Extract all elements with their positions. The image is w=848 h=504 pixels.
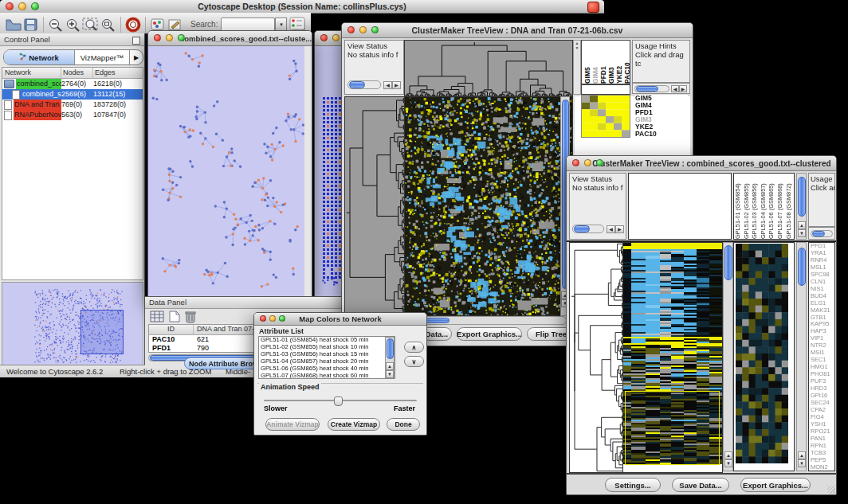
network-table-header[interactable]: Network Nodes Edges [2, 68, 143, 79]
tv2-save-data-button[interactable]: Save Data... [672, 478, 729, 492]
minimize-button[interactable] [584, 159, 591, 166]
attribute-list-vscrollbar[interactable]: ▲ ▼ [385, 337, 395, 378]
treeview2-titlebar[interactable]: ClusterMaker TreeView : combined_scores_… [567, 156, 836, 171]
minimize-button[interactable] [332, 34, 340, 41]
tv2-col-label[interactable]: GPL51-04 (GSM857) [760, 174, 768, 239]
tv1-hints-hscrollbar[interactable]: ◀ ▶ [632, 83, 690, 94]
close-button[interactable] [6, 2, 14, 10]
attribute-list-item[interactable]: GPL51-07 (GSM868) heat shock 60 min [259, 373, 395, 379]
tab-network[interactable]: Network [4, 50, 75, 64]
tv2-labels-vscrollbar[interactable]: ▲ ▼ [796, 173, 807, 240]
tv1-col-label[interactable]: GIM4 [591, 41, 599, 84]
network-table-row[interactable]: RNAPuberNov2+| 563(0) 107847(0) [2, 110, 143, 120]
tv1-row-dendrogram[interactable] [344, 96, 406, 316]
done-button[interactable]: Done [387, 418, 420, 431]
zoom-fit-icon[interactable] [82, 17, 100, 33]
attribute-listbox[interactable]: GPL51-01 (GSM854) heat shock 05 minGPL51… [258, 336, 395, 379]
slider-thumb[interactable] [334, 397, 343, 406]
scroll-up-icon[interactable]: ▲ [386, 362, 394, 370]
close-button[interactable] [260, 315, 266, 322]
tv2-zoom-heatmap[interactable] [736, 244, 788, 463]
tab-vizmapper[interactable]: VizMapper™ [75, 50, 130, 64]
open-file-icon[interactable] [5, 17, 22, 33]
zoom-button[interactable] [596, 159, 603, 166]
search-input[interactable] [221, 18, 275, 32]
tv1-hscrollbar[interactable] [404, 316, 567, 325]
tv2-col-label[interactable]: GPL51-03 (GSM856) [751, 174, 760, 239]
scroll-down-icon[interactable]: ▼ [724, 459, 732, 467]
scroll-down-icon[interactable]: ▼ [386, 370, 394, 378]
animation-speed-slider[interactable] [264, 397, 417, 404]
tv1-column-dendrogram[interactable] [404, 40, 573, 96]
network-table-row[interactable]: combined_sco 2569(6) 13112(15) [2, 89, 143, 100]
scroll-left-icon[interactable]: ◀ [607, 225, 615, 233]
minimize-button[interactable] [269, 315, 276, 322]
tv1-col-scroll-strip[interactable]: ▲▼ [573, 40, 581, 95]
tv2-heat-vscrollbar[interactable]: ▲ ▼ [723, 242, 733, 471]
tv2-col-label[interactable]: GPL51-01 (GSM854) [734, 174, 743, 239]
help-lifering-icon[interactable] [124, 17, 142, 33]
network-table-row[interactable]: DNA and Tran 07 769(0) 183728(0) [2, 100, 143, 110]
tv1-export-graphics-button[interactable]: Export Graphics... [457, 327, 522, 341]
tv2-row-dendrogram[interactable] [569, 242, 624, 473]
network-canvas[interactable] [148, 46, 310, 296]
zoom-button[interactable] [31, 2, 39, 10]
tv2-hints-hscrollbar[interactable] [808, 227, 835, 240]
tv1-heatmap[interactable] [404, 96, 573, 316]
tv2-col-label[interactable]: GPL51-08 (GSM872) [785, 174, 794, 239]
close-button[interactable] [154, 34, 161, 41]
scroll-right-icon[interactable]: ▶ [615, 225, 624, 233]
tv1-col-label[interactable]: PAC10 [623, 41, 630, 84]
scroll-left-icon[interactable]: ◀ [383, 81, 392, 89]
zoom-button[interactable] [371, 26, 379, 33]
tv1-col-label[interactable]: YKE2 [615, 41, 623, 84]
zoom-in-icon[interactable] [65, 17, 82, 33]
tv1-cluster-matrix[interactable] [581, 95, 630, 138]
tv2-export-graphics-button[interactable]: Export Graphics... [740, 478, 811, 492]
scroll-up-icon[interactable]: ▲ [798, 221, 806, 229]
tv2-column-tree-area[interactable] [628, 173, 732, 240]
tv1-col-label[interactable]: GIM3 [607, 41, 615, 84]
scroll-down-icon[interactable]: ▼ [798, 459, 806, 467]
scroll-down-icon[interactable]: ▼ [798, 229, 806, 237]
gene-label[interactable]: MON2 [811, 464, 834, 471]
tv2-zoom-vscrollbar[interactable]: ▲ ▼ [796, 242, 807, 471]
scroll-up-icon[interactable]: ▲ [798, 451, 806, 459]
tv2-settings-button[interactable]: Settings... [605, 478, 661, 492]
legend-icon[interactable] [289, 16, 306, 32]
tv2-col-label[interactable]: GPL51-07 (GSM868) [776, 174, 785, 239]
close-button[interactable] [320, 34, 328, 41]
tv2-heatmap[interactable] [622, 242, 723, 473]
treeview1-titlebar[interactable]: ClusterMaker TreeView : DNA and Tran 07-… [342, 23, 693, 38]
tab-overflow-button[interactable]: ▶ [130, 50, 143, 64]
zoom-button[interactable] [279, 315, 285, 322]
minimize-button[interactable] [359, 26, 367, 33]
zoom-selected-icon[interactable] [100, 17, 117, 33]
tv1-col-label[interactable]: PFD1 [599, 41, 607, 84]
network-table-row[interactable]: combined_scores 2764(0) 16218(0) [2, 79, 143, 89]
scroll-left-icon[interactable]: ◀ [671, 85, 679, 92]
minimize-button[interactable] [166, 34, 173, 41]
zoom-button[interactable] [178, 34, 185, 41]
tv2-status-hscrollbar[interactable] [572, 225, 604, 233]
dialog-titlebar[interactable]: Map Colors to Network [254, 313, 426, 326]
main-titlebar[interactable]: Cytoscape Desktop (Session Name: collins… [0, 0, 604, 14]
close-button[interactable] [572, 159, 579, 166]
minimize-button[interactable] [18, 2, 26, 10]
scroll-right-icon[interactable]: ▶ [392, 81, 401, 89]
close-button[interactable] [347, 26, 355, 33]
float-panel-icon[interactable] [132, 37, 140, 45]
resize-grip-icon[interactable] [827, 486, 835, 494]
tv1-row-label[interactable]: PAC10 [635, 131, 688, 138]
zoom-out-icon[interactable] [47, 17, 65, 33]
move-down-button[interactable]: ∨ [404, 356, 424, 367]
scroll-right-icon[interactable]: ▶ [679, 85, 687, 92]
create-vizmap-button[interactable]: Create Vizmap [328, 418, 380, 431]
move-up-button[interactable]: ∧ [404, 342, 424, 353]
save-icon[interactable] [22, 17, 40, 33]
tv2-col-label[interactable]: GPL51-02 (GSM855) [743, 174, 752, 239]
animate-vizmap-button[interactable]: Animate Vizmap [265, 418, 320, 431]
network-overview[interactable] [2, 282, 143, 369]
network1-titlebar[interactable]: combined_scores_good.txt--cluste... [148, 31, 312, 46]
scroll-up-icon[interactable]: ▲ [724, 451, 732, 459]
